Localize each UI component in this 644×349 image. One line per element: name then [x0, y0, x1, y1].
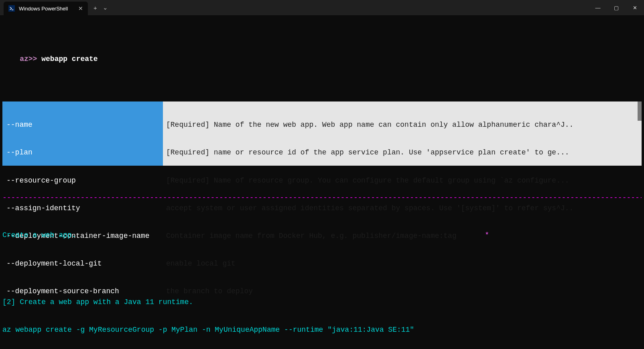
- param-item[interactable]: --name: [6, 120, 159, 130]
- param-desc: Container image name from Docker Hub, e.…: [166, 231, 638, 241]
- param-desc: the branch to deploy: [166, 287, 638, 296]
- suggestion-descriptions: [Required] Name of the new web app. Web …: [163, 101, 642, 166]
- param-desc: [Required] name or resource id of the ap…: [166, 148, 638, 157]
- prompt-command: webapp create: [37, 55, 98, 63]
- powershell-icon: [8, 5, 15, 12]
- minimize-button[interactable]: —: [589, 0, 607, 15]
- tab-dropdown-button[interactable]: ⌄: [103, 4, 108, 11]
- prompt-prefix: az>>: [20, 55, 37, 63]
- suggestion-params[interactable]: --name --plan --resource-group --assign-…: [2, 101, 163, 166]
- command-description: Create a web app.: [2, 231, 76, 240]
- tab-close-button[interactable]: ✕: [78, 5, 83, 12]
- titlebar: Windows PowerShell ✕ + ⌄ — ▢ ✕: [0, 0, 644, 15]
- param-desc: accept system or user assigned identitie…: [166, 204, 638, 213]
- maximize-button[interactable]: ▢: [607, 0, 626, 15]
- tab-title: Windows PowerShell: [19, 6, 74, 12]
- param-item[interactable]: --deployment-local-git: [6, 259, 159, 268]
- close-button[interactable]: ✕: [626, 0, 644, 15]
- param-item[interactable]: --resource-group: [6, 176, 159, 185]
- param-item[interactable]: --deployment-source-branch: [6, 287, 159, 296]
- suggestion-scrollbar[interactable]: [638, 101, 642, 121]
- param-desc: enable local git: [166, 259, 638, 268]
- example-line: az webapp create -g MyResourceGroup -p M…: [2, 325, 642, 335]
- new-tab-button[interactable]: +: [93, 4, 97, 11]
- terminal-area[interactable]: az>> webapp create --name --plan --resou…: [0, 15, 644, 349]
- suggestion-popup: --name --plan --resource-group --assign-…: [2, 101, 642, 166]
- param-item[interactable]: --plan: [6, 148, 159, 157]
- param-desc: [Required] Name of resource group. You c…: [166, 176, 638, 185]
- prompt-line: az>> webapp create: [2, 45, 642, 73]
- param-desc: [Required] Name of the new web app. Web …: [166, 120, 638, 130]
- param-item[interactable]: --assign-identity: [6, 204, 159, 213]
- tab-powershell[interactable]: Windows PowerShell ✕: [4, 2, 88, 15]
